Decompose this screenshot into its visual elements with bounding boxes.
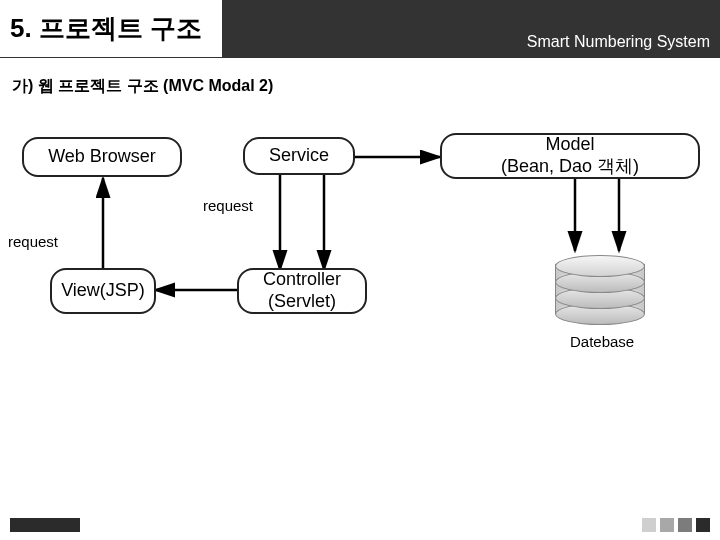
node-controller: Controller (Servlet) <box>237 268 367 314</box>
node-label: Controller (Servlet) <box>263 269 341 312</box>
footer-square <box>696 518 710 532</box>
header: 5. 프로젝트 구조 Smart Numbering System <box>0 0 720 58</box>
node-label: View(JSP) <box>61 280 145 302</box>
footer-square <box>678 518 692 532</box>
label-request-top: request <box>203 197 253 214</box>
footer <box>0 518 720 532</box>
node-label: Model (Bean, Dao 객체) <box>501 134 639 177</box>
section-title: 가) 웹 프로젝트 구조 (MVC Modal 2) <box>0 58 720 97</box>
diagram: Web Browser Service Model (Bean, Dao 객체)… <box>0 115 720 435</box>
footer-square <box>660 518 674 532</box>
node-label: Service <box>269 145 329 167</box>
node-label: Web Browser <box>48 146 156 168</box>
node-service: Service <box>243 137 355 175</box>
page-title: 5. 프로젝트 구조 <box>10 11 202 46</box>
node-model: Model (Bean, Dao 객체) <box>440 133 700 179</box>
footer-squares <box>642 518 710 532</box>
label-database: Datebase <box>570 333 634 350</box>
footer-square <box>642 518 656 532</box>
footer-bar <box>10 518 80 532</box>
label-request-left: request <box>8 233 58 250</box>
header-right: Smart Numbering System <box>222 0 720 57</box>
title-box: 5. 프로젝트 구조 <box>0 0 222 57</box>
node-view: View(JSP) <box>50 268 156 314</box>
node-web-browser: Web Browser <box>22 137 182 177</box>
system-name: Smart Numbering System <box>527 33 710 51</box>
database-icon <box>555 253 645 323</box>
